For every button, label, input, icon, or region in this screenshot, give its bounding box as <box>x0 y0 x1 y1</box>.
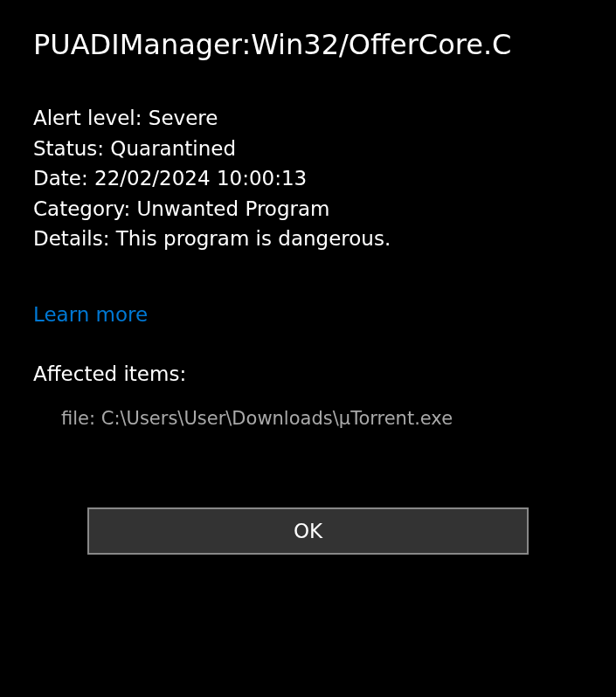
date-row: Date: 22/02/2024 10:00:13 <box>33 163 583 194</box>
status-value: Quarantined <box>110 137 236 160</box>
affected-items-heading: Affected items: <box>33 362 583 385</box>
button-row: OK <box>33 507 583 555</box>
alert-level-label: Alert level: <box>33 107 142 129</box>
threat-title: PUADIManager:Win32/OfferCore.C <box>33 28 583 61</box>
status-row: Status: Quarantined <box>33 134 583 164</box>
category-label: Category: <box>33 197 130 220</box>
date-label: Date: <box>33 167 88 190</box>
details-row: Details: This program is dangerous. <box>33 224 583 254</box>
alert-level-row: Alert level: Severe <box>33 103 583 134</box>
alert-level-value: Severe <box>149 107 218 129</box>
details-value: This program is dangerous. <box>116 227 391 250</box>
category-row: Category: Unwanted Program <box>33 194 583 224</box>
status-label: Status: <box>33 137 104 160</box>
details-label: Details: <box>33 227 110 250</box>
ok-button[interactable]: OK <box>87 507 529 555</box>
date-value: 22/02/2024 10:00:13 <box>94 167 307 190</box>
details-block: Alert level: Severe Status: Quarantined … <box>33 103 583 254</box>
learn-more-link[interactable]: Learn more <box>33 303 148 326</box>
category-value: Unwanted Program <box>136 197 329 220</box>
dialog-container: PUADIManager:Win32/OfferCore.C Alert lev… <box>0 0 616 583</box>
affected-item: file: C:\Users\User\Downloads\µTorrent.e… <box>33 408 583 429</box>
